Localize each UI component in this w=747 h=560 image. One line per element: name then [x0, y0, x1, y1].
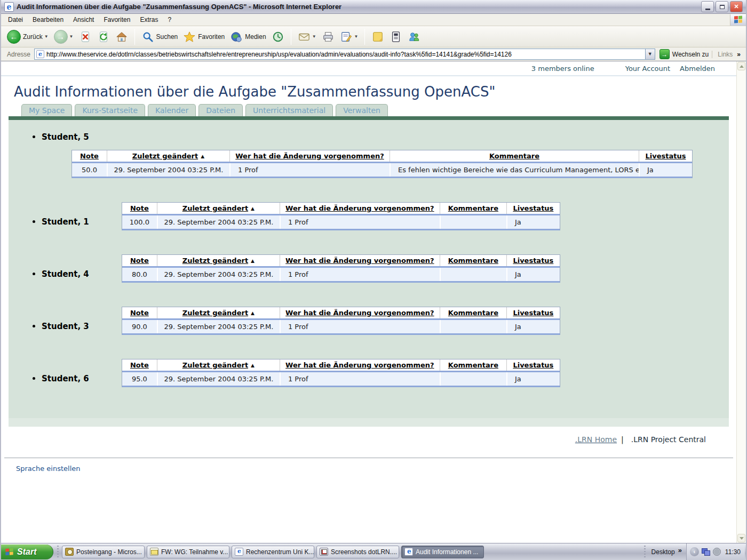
go-label: Wechseln zu [672, 51, 709, 58]
go-button[interactable]: → Wechseln zu [659, 49, 709, 59]
lrn-project-central-link[interactable]: .LRN Project Central [631, 435, 706, 444]
minimize-button[interactable] [701, 1, 714, 12]
taskbar-handle[interactable] [642, 546, 648, 558]
tab-my-space[interactable]: My Space [21, 104, 72, 116]
task-mail-message[interactable]: FW: WG: Teilnahme v... [147, 546, 229, 558]
mail-button[interactable]: ▼ [295, 29, 319, 45]
column-livestatus[interactable]: Livestatus [513, 309, 553, 317]
column-who[interactable]: Wer hat die Änderung vorgenommen? [285, 204, 434, 212]
hide-icons-icon[interactable]: ‹ [690, 547, 699, 556]
favorites-button[interactable]: Favoriten [180, 29, 227, 45]
column-modified[interactable]: Zuletzt geändert [182, 361, 248, 369]
messenger-button[interactable] [405, 29, 423, 45]
edit-button[interactable]: ▼ [337, 29, 361, 45]
column-who[interactable]: Wer hat die Änderung vorgenommen? [285, 257, 434, 265]
scroll-down-icon[interactable] [737, 534, 745, 542]
column-note[interactable]: Note [130, 204, 149, 212]
column-who[interactable]: Wer hat die Änderung vorgenommen? [235, 152, 384, 160]
column-who[interactable]: Wer hat die Änderung vorgenommen? [285, 309, 434, 317]
edit-dropdown-icon[interactable]: ▼ [354, 34, 359, 39]
lrn-footer: .LRN Home | .LRN Project Central [9, 427, 729, 444]
table-row: 95.0 29. September 2004 03:25 P.M. 1 Pro… [122, 372, 560, 386]
discuss-button[interactable] [369, 29, 387, 45]
restore-button[interactable] [716, 1, 728, 12]
start-label: Start [17, 547, 36, 557]
mail-dropdown-icon[interactable]: ▼ [312, 34, 316, 39]
toolbar-separator [291, 29, 291, 45]
task-label: FW: WG: Teilnahme v... [161, 548, 228, 556]
refresh-button[interactable] [94, 29, 113, 45]
column-livestatus[interactable]: Livestatus [646, 152, 686, 160]
tab-verwalten[interactable]: Verwalten [336, 104, 388, 116]
footer-divider [4, 458, 733, 458]
logout-link[interactable]: Abmelden [680, 65, 715, 73]
menu-extras[interactable]: Extras [135, 14, 163, 25]
menu-datei[interactable]: Datei [3, 14, 28, 25]
lrn-home-link[interactable]: .LRN Home [575, 435, 617, 444]
desktop-toolbar[interactable]: Desktop » [651, 546, 685, 557]
column-modified[interactable]: Zuletzt geändert [182, 204, 248, 212]
cell-note: 100.0 [122, 215, 157, 229]
column-comment[interactable]: Kommentare [448, 257, 498, 265]
column-note[interactable]: Note [80, 152, 99, 160]
column-comment[interactable]: Kommentare [448, 204, 498, 212]
network-icon[interactable] [702, 548, 710, 556]
task-audit-active[interactable]: Audit Informationen ... [401, 546, 484, 558]
sidebar-doc-button[interactable] [387, 29, 405, 45]
column-note[interactable]: Note [130, 361, 149, 369]
menu-help[interactable]: ? [163, 14, 176, 25]
task-screenshots[interactable]: Screenshots dotLRN.... [316, 546, 399, 558]
menu-bearbeiten[interactable]: Bearbeiten [28, 14, 68, 25]
cell-note: 95.0 [122, 372, 157, 386]
column-comment[interactable]: Kommentare [448, 309, 498, 317]
column-note[interactable]: Note [130, 257, 149, 265]
printer-icon [322, 30, 335, 43]
column-comment[interactable]: Kommentare [489, 152, 539, 160]
tab-dateien[interactable]: Dateien [198, 104, 243, 116]
search-button[interactable]: Suchen [139, 29, 181, 45]
members-online-link[interactable]: 3 members online [531, 65, 594, 73]
close-button[interactable]: ✕ [730, 1, 743, 12]
address-dropdown-icon[interactable]: ▼ [645, 49, 655, 59]
stop-button[interactable] [76, 29, 94, 45]
cell-livestatus: Ja [506, 372, 560, 386]
task-posteingang[interactable]: Posteingang - Micros... [62, 546, 145, 558]
menu-favoriten[interactable]: Favoriten [99, 14, 135, 25]
scroll-up-icon[interactable] [737, 62, 745, 70]
menu-ansicht[interactable]: Ansicht [68, 14, 99, 25]
table-row: 50.0 29. September 2004 03:25 P.M. 1 Pro… [72, 163, 692, 177]
language-settings-link[interactable]: Sprache einstellen [16, 465, 81, 473]
start-button[interactable]: Start [1, 545, 53, 559]
address-input[interactable] [46, 51, 645, 58]
desktop-chevron-icon[interactable]: » [678, 546, 682, 554]
windows-logo-icon [730, 14, 746, 26]
back-dropdown-icon[interactable]: ▼ [44, 34, 49, 39]
your-account-link[interactable]: Your Account [625, 65, 670, 73]
column-livestatus[interactable]: Livestatus [513, 361, 553, 369]
column-comment[interactable]: Kommentare [448, 361, 498, 369]
column-livestatus[interactable]: Livestatus [513, 204, 553, 212]
back-button[interactable]: ← Zurück ▼ [4, 28, 51, 45]
column-note[interactable]: Note [130, 309, 149, 317]
student-section: Student, 4 Note Zuletzt geändert▲ Wer ha… [42, 246, 729, 283]
tab-kalender[interactable]: Kalender [148, 104, 196, 116]
taskbar-handle[interactable] [55, 546, 60, 558]
media-button[interactable]: Medien [227, 29, 268, 45]
home-button[interactable] [113, 29, 131, 45]
column-who[interactable]: Wer hat die Änderung vorgenommen? [285, 361, 434, 369]
tab-kurs-startseite[interactable]: Kurs-Startseite [75, 104, 145, 116]
tab-unterrichtsmaterial[interactable]: Unterrichtsmaterial [245, 104, 333, 116]
forward-button[interactable]: → ▼ [51, 28, 76, 45]
column-modified[interactable]: Zuletzt geändert [132, 152, 198, 160]
print-button[interactable] [319, 29, 337, 45]
history-button[interactable] [269, 29, 287, 45]
links-toolbar[interactable]: Links » [712, 51, 744, 58]
links-chevron-icon[interactable]: » [737, 51, 741, 58]
tray-globe-icon[interactable] [713, 548, 721, 556]
forward-dropdown-icon[interactable]: ▼ [69, 34, 74, 39]
column-modified[interactable]: Zuletzt geändert [182, 257, 248, 265]
task-rechenzentrum[interactable]: Rechenzentrum Uni K... [232, 546, 314, 558]
vertical-scrollbar[interactable] [736, 61, 746, 543]
column-modified[interactable]: Zuletzt geändert [182, 309, 248, 317]
column-livestatus[interactable]: Livestatus [513, 257, 553, 265]
